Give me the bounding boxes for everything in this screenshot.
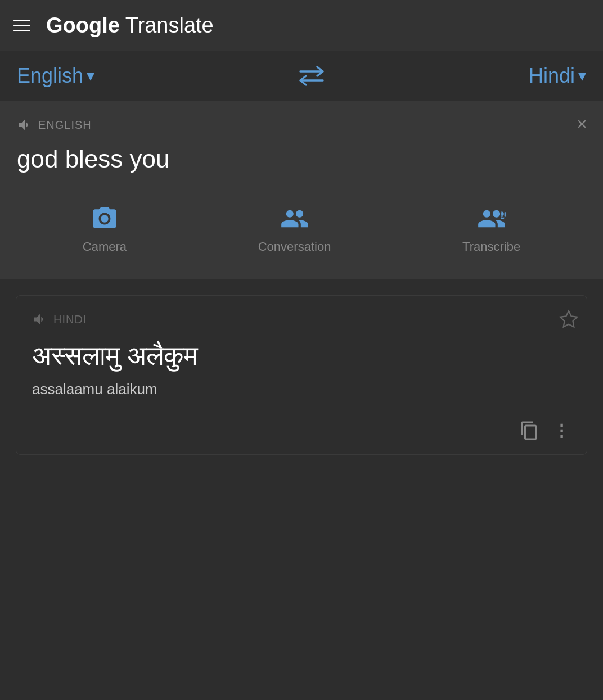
source-speaker-icon [17,117,33,133]
source-language-button[interactable]: English ▾ [17,64,94,88]
result-romanized: assalaamu alaikum [32,381,571,398]
transcribe-icon [475,203,508,234]
result-lang-label: HINDI [32,311,87,327]
action-buttons-row: Camera Conversation Transc [17,192,586,268]
conversation-button[interactable]: Conversation [258,203,331,254]
result-header: HINDI [32,311,571,338]
source-language-title: ENGLISH [38,119,92,132]
transcribe-label: Transcribe [462,240,520,254]
more-options-button[interactable]: ⋮ [553,421,571,440]
app-header: Google Translate [0,0,603,51]
menu-button[interactable] [14,20,30,31]
transcribe-button[interactable]: Transcribe [462,203,520,254]
camera-button[interactable]: Camera [83,203,127,254]
result-language-title: HINDI [53,313,87,326]
source-text[interactable]: god bless you [17,143,586,175]
language-bar: English ▾ Hindi ▾ [0,51,603,101]
clear-button[interactable]: × [577,115,587,133]
result-container: HINDI अस्सलामु अलैकुम assalaamu alaikum … [0,279,603,470]
source-lang-label: ENGLISH [17,117,586,133]
target-language-chevron-icon: ▾ [578,66,586,85]
star-icon [559,309,579,329]
result-actions: ⋮ [32,421,571,441]
result-text: अस्सलामु अलैकुम [32,338,571,373]
conversation-label: Conversation [258,240,331,254]
camera-icon [88,203,122,234]
copy-button[interactable] [519,421,539,441]
source-language-chevron-icon: ▾ [87,66,94,85]
app-title: Google Translate [46,13,214,38]
favorite-button[interactable] [559,309,579,334]
target-language-button[interactable]: Hindi ▾ [529,64,586,88]
more-options-icon: ⋮ [553,421,571,440]
copy-icon [519,421,539,441]
source-text-area: ENGLISH × god bless you Camera Conversat… [0,101,603,279]
result-area: HINDI अस्सलामु अलैकुम assalaamu alaikum … [16,295,587,454]
target-language-label: Hindi [529,64,575,88]
camera-label: Camera [83,240,127,254]
result-speaker-icon [32,311,48,327]
swap-icon [297,66,326,86]
conversation-icon [278,203,312,234]
source-language-label: English [17,64,83,88]
swap-languages-button[interactable] [297,66,326,86]
